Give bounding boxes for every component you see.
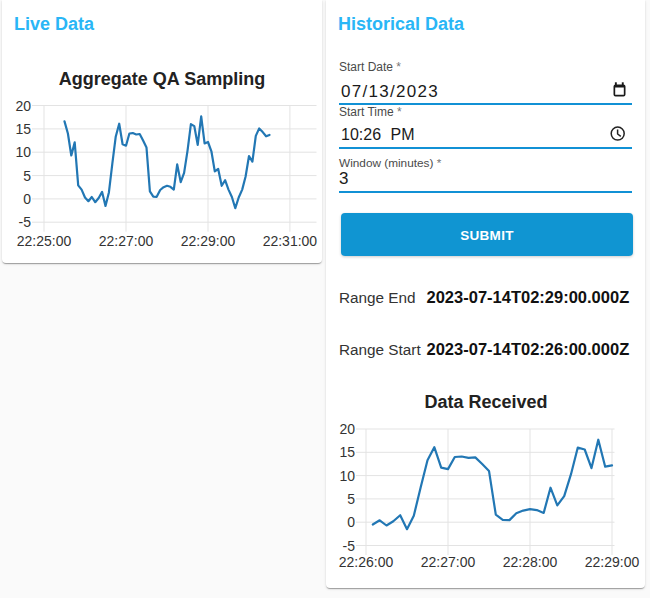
svg-text:22:29:00: 22:29:00 — [181, 233, 236, 249]
svg-text:22:29:00: 22:29:00 — [585, 554, 640, 570]
svg-text:22:25:00: 22:25:00 — [17, 233, 72, 249]
svg-text:15: 15 — [339, 444, 355, 460]
svg-text:0: 0 — [23, 191, 31, 207]
svg-text:22:28:00: 22:28:00 — [503, 554, 558, 570]
svg-text:10: 10 — [339, 468, 355, 484]
svg-text:10: 10 — [15, 144, 31, 160]
svg-text:5: 5 — [23, 168, 31, 184]
svg-text:22:26:00: 22:26:00 — [339, 554, 394, 570]
svg-text:20: 20 — [339, 421, 355, 437]
svg-text:22:31:00: 22:31:00 — [263, 233, 318, 249]
svg-text:5: 5 — [347, 491, 355, 507]
svg-text:22:27:00: 22:27:00 — [99, 233, 154, 249]
svg-text:0: 0 — [347, 514, 355, 530]
svg-text:-5: -5 — [19, 214, 32, 230]
svg-text:Aggregate QA Sampling: Aggregate QA Sampling — [59, 69, 265, 89]
svg-text:15: 15 — [15, 121, 31, 137]
svg-text:22:27:00: 22:27:00 — [421, 554, 476, 570]
svg-text:Data Received: Data Received — [424, 392, 547, 412]
svg-text:20: 20 — [15, 98, 31, 114]
svg-text:-5: -5 — [343, 538, 356, 554]
